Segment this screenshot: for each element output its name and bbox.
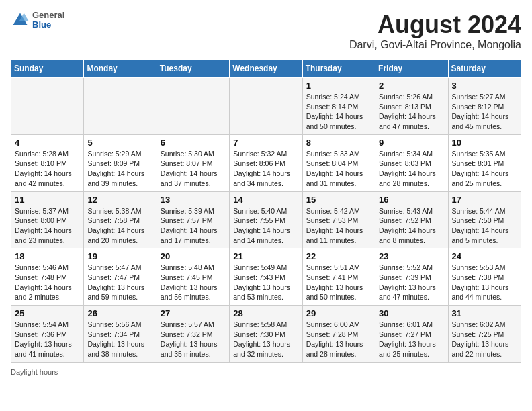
day-info: Sunrise: 5:46 AM Sunset: 7:48 PM Dayligh… bbox=[15, 263, 80, 302]
day-info: Sunrise: 5:42 AM Sunset: 7:53 PM Dayligh… bbox=[306, 206, 371, 246]
day-number: 20 bbox=[161, 251, 226, 261]
day-info: Sunrise: 5:28 AM Sunset: 8:10 PM Dayligh… bbox=[15, 149, 80, 189]
weekday-header-monday: Monday bbox=[84, 60, 157, 78]
day-info: Sunrise: 5:49 AM Sunset: 7:43 PM Dayligh… bbox=[233, 263, 298, 302]
calendar-cell: 17Sunrise: 5:44 AM Sunset: 7:50 PM Dayli… bbox=[448, 191, 521, 248]
day-number: 3 bbox=[452, 81, 517, 91]
logo-icon bbox=[11, 11, 30, 30]
day-info: Sunrise: 5:26 AM Sunset: 8:13 PM Dayligh… bbox=[379, 92, 444, 132]
logo-text: General Blue bbox=[32, 11, 64, 30]
day-info: Sunrise: 5:48 AM Sunset: 7:45 PM Dayligh… bbox=[161, 263, 226, 302]
day-number: 25 bbox=[15, 308, 80, 318]
day-number: 11 bbox=[15, 195, 80, 205]
calendar-cell: 30Sunrise: 6:01 AM Sunset: 7:27 PM Dayli… bbox=[375, 306, 448, 363]
logo: General Blue bbox=[11, 11, 64, 30]
calendar-cell: 31Sunrise: 6:02 AM Sunset: 7:25 PM Dayli… bbox=[448, 306, 521, 363]
footer-note: Daylight hours bbox=[11, 368, 521, 376]
weekday-header-row: SundayMondayTuesdayWednesdayThursdayFrid… bbox=[11, 60, 521, 78]
day-number: 16 bbox=[379, 195, 444, 205]
footer-text: Daylight hours bbox=[11, 368, 58, 376]
day-info: Sunrise: 5:39 AM Sunset: 7:57 PM Dayligh… bbox=[161, 206, 226, 246]
calendar-cell: 27Sunrise: 5:57 AM Sunset: 7:32 PM Dayli… bbox=[157, 306, 229, 363]
calendar-cell: 26Sunrise: 5:56 AM Sunset: 7:34 PM Dayli… bbox=[84, 306, 157, 363]
day-info: Sunrise: 5:51 AM Sunset: 7:41 PM Dayligh… bbox=[306, 263, 371, 302]
calendar-cell: 23Sunrise: 5:52 AM Sunset: 7:39 PM Dayli… bbox=[375, 248, 448, 306]
calendar-cell: 29Sunrise: 6:00 AM Sunset: 7:28 PM Dayli… bbox=[302, 306, 375, 363]
day-info: Sunrise: 5:27 AM Sunset: 8:12 PM Dayligh… bbox=[452, 92, 517, 132]
calendar-cell bbox=[157, 78, 229, 135]
weekday-header-tuesday: Tuesday bbox=[157, 60, 229, 78]
calendar-week-row: 4Sunrise: 5:28 AM Sunset: 8:10 PM Daylig… bbox=[11, 134, 521, 191]
logo-general: General bbox=[32, 11, 64, 20]
calendar-cell bbox=[84, 78, 157, 135]
calendar-table: SundayMondayTuesdayWednesdayThursdayFrid… bbox=[11, 59, 521, 363]
calendar-cell: 21Sunrise: 5:49 AM Sunset: 7:43 PM Dayli… bbox=[230, 248, 302, 306]
day-info: Sunrise: 5:56 AM Sunset: 7:34 PM Dayligh… bbox=[87, 320, 152, 359]
calendar-cell bbox=[11, 78, 84, 135]
day-number: 31 bbox=[452, 308, 517, 318]
calendar-cell: 18Sunrise: 5:46 AM Sunset: 7:48 PM Dayli… bbox=[11, 248, 84, 306]
calendar-cell: 2Sunrise: 5:26 AM Sunset: 8:13 PM Daylig… bbox=[375, 78, 448, 135]
weekday-header-wednesday: Wednesday bbox=[230, 60, 302, 78]
weekday-header-thursday: Thursday bbox=[302, 60, 375, 78]
day-number: 4 bbox=[15, 138, 80, 148]
day-number: 1 bbox=[306, 81, 371, 91]
day-number: 21 bbox=[233, 251, 298, 261]
calendar-cell: 19Sunrise: 5:47 AM Sunset: 7:47 PM Dayli… bbox=[84, 248, 157, 306]
day-info: Sunrise: 5:33 AM Sunset: 8:04 PM Dayligh… bbox=[306, 149, 371, 189]
calendar-cell: 20Sunrise: 5:48 AM Sunset: 7:45 PM Dayli… bbox=[157, 248, 229, 306]
calendar-cell: 25Sunrise: 5:54 AM Sunset: 7:36 PM Dayli… bbox=[11, 306, 84, 363]
day-number: 6 bbox=[161, 138, 226, 148]
day-info: Sunrise: 5:34 AM Sunset: 8:03 PM Dayligh… bbox=[379, 149, 444, 189]
calendar-cell: 1Sunrise: 5:24 AM Sunset: 8:14 PM Daylig… bbox=[302, 78, 375, 135]
calendar-cell: 13Sunrise: 5:39 AM Sunset: 7:57 PM Dayli… bbox=[157, 191, 229, 248]
calendar-cell: 15Sunrise: 5:42 AM Sunset: 7:53 PM Dayli… bbox=[302, 191, 375, 248]
day-number: 9 bbox=[379, 138, 444, 148]
page-title: August 2024 bbox=[349, 11, 521, 39]
calendar-cell: 12Sunrise: 5:38 AM Sunset: 7:58 PM Dayli… bbox=[84, 191, 157, 248]
day-info: Sunrise: 5:29 AM Sunset: 8:09 PM Dayligh… bbox=[87, 149, 152, 189]
day-number: 8 bbox=[306, 138, 371, 148]
day-info: Sunrise: 5:57 AM Sunset: 7:32 PM Dayligh… bbox=[161, 320, 226, 359]
day-number: 18 bbox=[15, 251, 80, 261]
day-number: 30 bbox=[379, 308, 444, 318]
calendar-cell: 22Sunrise: 5:51 AM Sunset: 7:41 PM Dayli… bbox=[302, 248, 375, 306]
day-number: 15 bbox=[306, 195, 371, 205]
calendar-cell: 14Sunrise: 5:40 AM Sunset: 7:55 PM Dayli… bbox=[230, 191, 302, 248]
day-info: Sunrise: 5:58 AM Sunset: 7:30 PM Dayligh… bbox=[233, 320, 298, 359]
day-number: 12 bbox=[87, 195, 152, 205]
day-info: Sunrise: 5:43 AM Sunset: 7:52 PM Dayligh… bbox=[379, 206, 444, 246]
day-number: 17 bbox=[452, 195, 517, 205]
day-info: Sunrise: 5:35 AM Sunset: 8:01 PM Dayligh… bbox=[452, 149, 517, 189]
day-info: Sunrise: 5:32 AM Sunset: 8:06 PM Dayligh… bbox=[233, 149, 298, 189]
weekday-header-saturday: Saturday bbox=[448, 60, 521, 78]
day-number: 7 bbox=[233, 138, 298, 148]
calendar-cell: 16Sunrise: 5:43 AM Sunset: 7:52 PM Dayli… bbox=[375, 191, 448, 248]
calendar-week-row: 11Sunrise: 5:37 AM Sunset: 8:00 PM Dayli… bbox=[11, 191, 521, 248]
calendar-cell: 11Sunrise: 5:37 AM Sunset: 8:00 PM Dayli… bbox=[11, 191, 84, 248]
logo-blue: Blue bbox=[32, 20, 64, 30]
day-info: Sunrise: 6:00 AM Sunset: 7:28 PM Dayligh… bbox=[306, 320, 371, 359]
day-info: Sunrise: 6:01 AM Sunset: 7:27 PM Dayligh… bbox=[379, 320, 444, 359]
weekday-header-sunday: Sunday bbox=[11, 60, 84, 78]
day-number: 28 bbox=[233, 308, 298, 318]
day-info: Sunrise: 5:37 AM Sunset: 8:00 PM Dayligh… bbox=[15, 206, 80, 246]
calendar-cell: 10Sunrise: 5:35 AM Sunset: 8:01 PM Dayli… bbox=[448, 134, 521, 191]
day-number: 24 bbox=[452, 251, 517, 261]
day-info: Sunrise: 5:30 AM Sunset: 8:07 PM Dayligh… bbox=[161, 149, 226, 189]
calendar-cell: 3Sunrise: 5:27 AM Sunset: 8:12 PM Daylig… bbox=[448, 78, 521, 135]
page-header: General Blue August 2024 Darvi, Govi-Alt… bbox=[11, 11, 521, 51]
day-number: 14 bbox=[233, 195, 298, 205]
calendar-cell: 8Sunrise: 5:33 AM Sunset: 8:04 PM Daylig… bbox=[302, 134, 375, 191]
page-subtitle: Darvi, Govi-Altai Province, Mongolia bbox=[349, 39, 521, 51]
weekday-header-friday: Friday bbox=[375, 60, 448, 78]
calendar-week-row: 18Sunrise: 5:46 AM Sunset: 7:48 PM Dayli… bbox=[11, 248, 521, 306]
calendar-week-row: 25Sunrise: 5:54 AM Sunset: 7:36 PM Dayli… bbox=[11, 306, 521, 363]
calendar-cell: 4Sunrise: 5:28 AM Sunset: 8:10 PM Daylig… bbox=[11, 134, 84, 191]
calendar-week-row: 1Sunrise: 5:24 AM Sunset: 8:14 PM Daylig… bbox=[11, 78, 521, 135]
day-info: Sunrise: 5:54 AM Sunset: 7:36 PM Dayligh… bbox=[15, 320, 80, 359]
day-info: Sunrise: 5:24 AM Sunset: 8:14 PM Dayligh… bbox=[306, 92, 371, 132]
day-info: Sunrise: 5:44 AM Sunset: 7:50 PM Dayligh… bbox=[452, 206, 517, 246]
day-number: 10 bbox=[452, 138, 517, 148]
title-block: August 2024 Darvi, Govi-Altai Province, … bbox=[349, 11, 521, 51]
